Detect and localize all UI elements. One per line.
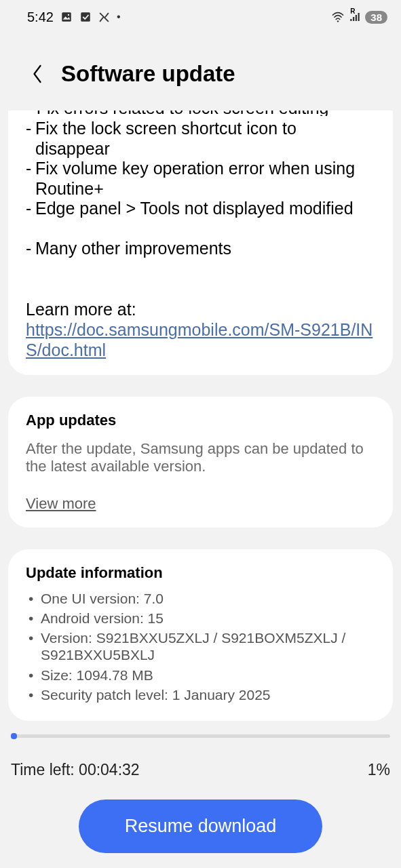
back-button[interactable]: [27, 64, 47, 84]
image-icon: [60, 11, 73, 23]
app-updates-body: After the update, Samsung apps can be up…: [26, 440, 375, 476]
info-patch: Security patch level: 1 January 2025: [26, 686, 375, 703]
content-area: • Fix errors related to lock screen edit…: [0, 111, 401, 868]
changelog-item: - Many other improvements: [26, 239, 375, 279]
status-right: R 38: [331, 11, 387, 24]
changelog-list: - Fix the lock screen shortcut icon to d…: [26, 119, 375, 279]
svg-rect-2: [81, 12, 90, 22]
svg-point-1: [68, 14, 69, 16]
app-updates-title: App updates: [26, 412, 375, 429]
page-header: Software update: [0, 34, 401, 114]
time-left-label: Time left: 00:04:32: [11, 761, 140, 779]
dot-icon: •: [117, 11, 121, 23]
svg-rect-0: [62, 12, 71, 22]
signal-icon: R: [349, 12, 361, 22]
wifi-icon: [331, 12, 345, 22]
update-info-title: Update information: [26, 564, 375, 582]
chevron-left-icon: [30, 64, 45, 84]
percent-label: 1%: [368, 761, 390, 779]
update-info-list: One UI version: 7.0 Android version: 15 …: [26, 590, 375, 703]
battery-level: 38: [365, 11, 387, 24]
resume-download-button[interactable]: Resume download: [79, 800, 323, 853]
status-left: 5:42 •: [27, 9, 121, 25]
changelog-cutoff-line: • Fix errors related to lock screen edit…: [26, 111, 375, 116]
svg-point-3: [337, 20, 339, 22]
changelog-card: • Fix errors related to lock screen edit…: [8, 111, 393, 375]
app-updates-card: App updates After the update, Samsung ap…: [8, 397, 393, 528]
download-progress-section: Time left: 00:04:32 1% Resume download: [8, 734, 393, 853]
page-title: Software update: [61, 61, 235, 87]
changelog-item: - Fix the lock screen shortcut icon to d…: [26, 119, 375, 159]
progress-fill: [11, 733, 17, 739]
changelog-item: - Edge panel > Tools not displayed modif…: [26, 199, 375, 239]
progress-bar[interactable]: [11, 734, 390, 738]
learn-more-link[interactable]: https://doc.samsungmobile.com/SM-S921B/I…: [26, 320, 373, 359]
info-version: Version: S921BXXU5ZXLJ / S921BOXM5ZXLJ /…: [26, 629, 375, 663]
checkbox-icon: [79, 11, 92, 23]
view-more-button[interactable]: View more: [26, 495, 96, 513]
status-time: 5:42: [27, 9, 54, 25]
changelog-item: - Fix volume key operation error when us…: [26, 159, 375, 199]
x-app-icon: [98, 12, 110, 23]
info-one-ui: One UI version: 7.0: [26, 590, 375, 607]
progress-status-row: Time left: 00:04:32 1%: [11, 761, 390, 779]
info-android: Android version: 15: [26, 610, 375, 627]
info-size: Size: 1094.78 MB: [26, 667, 375, 684]
update-info-card: Update information One UI version: 7.0 A…: [8, 549, 393, 721]
learn-more-block: Learn more at: https://doc.samsungmobile…: [26, 299, 375, 360]
learn-more-label: Learn more at:: [26, 299, 375, 319]
status-bar: 5:42 • R 38: [0, 0, 401, 34]
